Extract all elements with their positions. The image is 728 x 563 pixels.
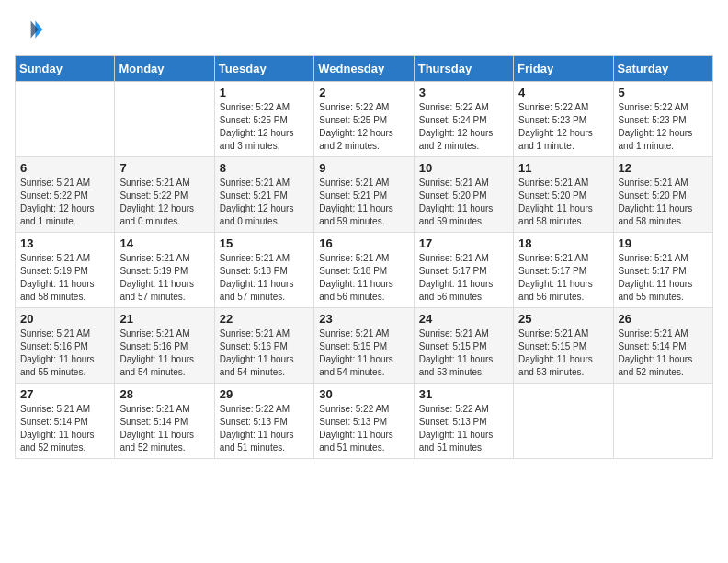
day-info: Sunrise: 5:22 AM Sunset: 5:13 PM Dayligh… [220,403,309,454]
calendar-cell: 17Sunrise: 5:21 AM Sunset: 5:17 PM Dayli… [414,233,513,308]
calendar-body: 1Sunrise: 5:22 AM Sunset: 5:25 PM Daylig… [16,82,713,459]
calendar-cell: 19Sunrise: 5:21 AM Sunset: 5:17 PM Dayli… [613,233,712,308]
day-number: 30 [319,387,408,401]
day-number: 18 [518,236,608,250]
calendar-week-row: 27Sunrise: 5:21 AM Sunset: 5:14 PM Dayli… [16,384,713,459]
calendar-cell: 6Sunrise: 5:21 AM Sunset: 5:22 PM Daylig… [16,157,115,233]
day-number: 3 [419,86,508,99]
calendar-cell: 13Sunrise: 5:21 AM Sunset: 5:19 PM Dayli… [16,233,115,308]
calendar-cell: 18Sunrise: 5:21 AM Sunset: 5:17 PM Dayli… [514,233,613,308]
day-number: 23 [319,312,408,326]
calendar-cell: 30Sunrise: 5:22 AM Sunset: 5:13 PM Dayli… [314,384,414,459]
day-info: Sunrise: 5:21 AM Sunset: 5:20 PM Dayligh… [419,177,508,228]
day-number: 1 [220,86,309,99]
day-info: Sunrise: 5:21 AM Sunset: 5:15 PM Dayligh… [419,327,508,379]
calendar-cell: 9Sunrise: 5:21 AM Sunset: 5:21 PM Daylig… [314,157,414,233]
calendar-cell: 11Sunrise: 5:21 AM Sunset: 5:20 PM Dayli… [514,157,613,233]
day-info: Sunrise: 5:21 AM Sunset: 5:15 PM Dayligh… [518,327,608,379]
day-info: Sunrise: 5:21 AM Sunset: 5:17 PM Dayligh… [419,252,508,304]
calendar-cell: 12Sunrise: 5:21 AM Sunset: 5:20 PM Dayli… [613,157,712,233]
calendar-cell: 20Sunrise: 5:21 AM Sunset: 5:16 PM Dayli… [16,308,115,384]
day-number: 26 [619,312,708,326]
calendar-table: SundayMondayTuesdayWednesdayThursdayFrid… [15,55,713,459]
day-info: Sunrise: 5:22 AM Sunset: 5:13 PM Dayligh… [419,403,508,454]
day-info: Sunrise: 5:22 AM Sunset: 5:25 PM Dayligh… [220,101,309,153]
calendar-week-row: 20Sunrise: 5:21 AM Sunset: 5:16 PM Dayli… [16,308,713,384]
day-number: 24 [419,312,508,326]
day-number: 16 [319,236,408,250]
calendar-cell: 5Sunrise: 5:22 AM Sunset: 5:23 PM Daylig… [613,82,712,157]
weekday-header-monday: Monday [115,56,214,82]
day-info: Sunrise: 5:22 AM Sunset: 5:23 PM Dayligh… [619,101,708,153]
day-number: 11 [518,161,608,175]
calendar-cell: 23Sunrise: 5:21 AM Sunset: 5:15 PM Dayli… [314,308,414,384]
day-info: Sunrise: 5:21 AM Sunset: 5:16 PM Dayligh… [20,327,109,379]
day-info: Sunrise: 5:21 AM Sunset: 5:19 PM Dayligh… [119,252,209,304]
calendar-cell: 15Sunrise: 5:21 AM Sunset: 5:18 PM Dayli… [214,233,313,308]
day-info: Sunrise: 5:21 AM Sunset: 5:14 PM Dayligh… [619,327,708,379]
day-info: Sunrise: 5:21 AM Sunset: 5:18 PM Dayligh… [319,252,408,304]
calendar-cell: 1Sunrise: 5:22 AM Sunset: 5:25 PM Daylig… [214,82,313,157]
day-number: 21 [119,312,209,326]
calendar-cell: 26Sunrise: 5:21 AM Sunset: 5:14 PM Dayli… [613,308,712,384]
day-number: 27 [20,387,109,401]
day-number: 20 [20,312,109,326]
calendar-cell: 7Sunrise: 5:21 AM Sunset: 5:22 PM Daylig… [115,157,214,233]
calendar-cell: 16Sunrise: 5:21 AM Sunset: 5:18 PM Dayli… [314,233,414,308]
day-number: 12 [619,161,708,175]
day-number: 9 [319,161,408,175]
calendar-cell: 29Sunrise: 5:22 AM Sunset: 5:13 PM Dayli… [214,384,313,459]
weekday-header-thursday: Thursday [414,56,513,82]
calendar-cell: 3Sunrise: 5:22 AM Sunset: 5:24 PM Daylig… [414,82,513,157]
day-info: Sunrise: 5:22 AM Sunset: 5:24 PM Dayligh… [419,101,508,153]
calendar-cell: 25Sunrise: 5:21 AM Sunset: 5:15 PM Dayli… [514,308,613,384]
day-number: 31 [419,387,508,401]
logo [15,15,48,44]
weekday-header-sunday: Sunday [16,56,115,82]
day-number: 17 [419,236,508,250]
day-number: 29 [220,387,309,401]
calendar-cell: 31Sunrise: 5:22 AM Sunset: 5:13 PM Dayli… [414,384,513,459]
day-info: Sunrise: 5:21 AM Sunset: 5:20 PM Dayligh… [619,177,708,228]
calendar-cell [613,384,712,459]
day-info: Sunrise: 5:21 AM Sunset: 5:16 PM Dayligh… [119,327,209,379]
calendar-cell: 24Sunrise: 5:21 AM Sunset: 5:15 PM Dayli… [414,308,513,384]
day-number: 7 [119,161,209,175]
calendar-cell: 10Sunrise: 5:21 AM Sunset: 5:20 PM Dayli… [414,157,513,233]
page-header [15,15,713,44]
day-number: 28 [119,387,209,401]
day-info: Sunrise: 5:21 AM Sunset: 5:18 PM Dayligh… [220,252,309,304]
calendar-cell: 2Sunrise: 5:22 AM Sunset: 5:25 PM Daylig… [314,82,414,157]
calendar-cell: 4Sunrise: 5:22 AM Sunset: 5:23 PM Daylig… [514,82,613,157]
day-number: 4 [518,86,608,99]
day-info: Sunrise: 5:21 AM Sunset: 5:22 PM Dayligh… [119,177,209,228]
calendar-cell: 28Sunrise: 5:21 AM Sunset: 5:14 PM Dayli… [115,384,214,459]
calendar-cell [16,82,115,157]
day-number: 10 [419,161,508,175]
day-info: Sunrise: 5:21 AM Sunset: 5:21 PM Dayligh… [319,177,408,228]
day-number: 5 [619,86,708,99]
calendar-cell [514,384,613,459]
calendar-week-row: 1Sunrise: 5:22 AM Sunset: 5:25 PM Daylig… [16,82,713,157]
weekday-header-tuesday: Tuesday [214,56,313,82]
calendar-cell: 21Sunrise: 5:21 AM Sunset: 5:16 PM Dayli… [115,308,214,384]
day-number: 8 [220,161,309,175]
weekday-header-friday: Friday [514,56,613,82]
day-number: 19 [619,236,708,250]
day-info: Sunrise: 5:22 AM Sunset: 5:25 PM Dayligh… [319,101,408,153]
day-info: Sunrise: 5:21 AM Sunset: 5:22 PM Dayligh… [20,177,109,228]
day-number: 22 [220,312,309,326]
calendar-cell: 27Sunrise: 5:21 AM Sunset: 5:14 PM Dayli… [16,384,115,459]
calendar-cell: 22Sunrise: 5:21 AM Sunset: 5:16 PM Dayli… [214,308,313,384]
day-info: Sunrise: 5:21 AM Sunset: 5:20 PM Dayligh… [518,177,608,228]
day-info: Sunrise: 5:21 AM Sunset: 5:17 PM Dayligh… [619,252,708,304]
day-number: 14 [119,236,209,250]
day-number: 13 [20,236,109,250]
calendar-cell: 8Sunrise: 5:21 AM Sunset: 5:21 PM Daylig… [214,157,313,233]
calendar-week-row: 6Sunrise: 5:21 AM Sunset: 5:22 PM Daylig… [16,157,713,233]
calendar-week-row: 13Sunrise: 5:21 AM Sunset: 5:19 PM Dayli… [16,233,713,308]
day-info: Sunrise: 5:21 AM Sunset: 5:21 PM Dayligh… [220,177,309,228]
weekday-header-saturday: Saturday [613,56,712,82]
day-number: 25 [518,312,608,326]
weekday-header-wednesday: Wednesday [314,56,414,82]
